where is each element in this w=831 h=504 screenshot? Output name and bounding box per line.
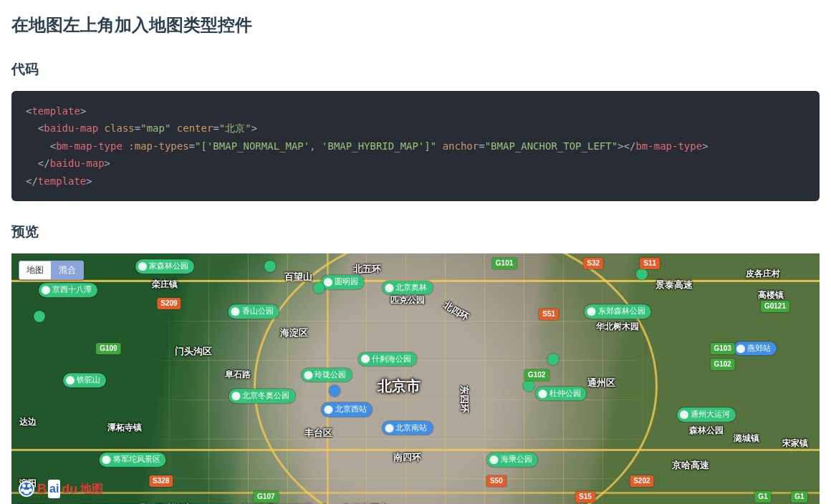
map-type-hybrid-button[interactable]: 混合 [51, 261, 83, 279]
preview-heading: 预览 [11, 221, 820, 243]
map-type-normal-button[interactable]: 地图 [19, 261, 51, 279]
code-block: <template> <baidu-map class="map" center… [11, 91, 820, 202]
code-heading: 代码 [11, 59, 820, 80]
map-preview[interactable]: 地图 混合 北京市 北五环 北四环 东四环 南四环 海淀区 丰台区 通州区 门头… [11, 253, 820, 504]
page-title: 在地图左上角加入地图类型控件 [11, 11, 820, 39]
map-type-control: 地图 混合 [19, 261, 84, 280]
